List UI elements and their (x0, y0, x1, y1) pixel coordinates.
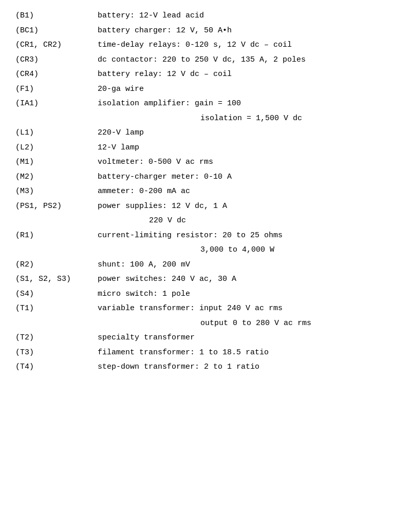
component-id: (T3) (15, 347, 98, 359)
component-description: power switches: 240 V ac, 30 A (98, 274, 396, 286)
continuation-text: 3,000 to 4,000 W (98, 244, 396, 256)
list-item: (B1)battery: 12-V lead acid (15, 10, 396, 22)
component-id: (S1, S2, S3) (15, 274, 98, 286)
list-item: (M2)battery-charger meter: 0-10 A (15, 172, 396, 183)
list-item: (CR4)battery relay: 12 V dc – coil (15, 69, 396, 81)
list-item: (T4)step-down transformer: 2 to 1 ratio (15, 362, 396, 373)
list-item-continuation: 3,000 to 4,000 W (15, 244, 396, 256)
list-item: (F1)20-ga wire (15, 84, 396, 96)
continuation-text: isolation = 1,500 V dc (98, 113, 396, 125)
component-id: (R1) (15, 230, 98, 242)
component-id: (L2) (15, 142, 98, 154)
component-id: (CR4) (15, 69, 98, 81)
component-id: (B1) (15, 10, 98, 22)
component-id: (F1) (15, 84, 98, 96)
continuation-text: 220 V dc (98, 215, 396, 227)
list-item-continuation: 220 V dc (15, 215, 396, 227)
component-description: voltmeter: 0-500 V ac rms (98, 157, 396, 168)
list-item: (S4)micro switch: 1 pole (15, 289, 396, 300)
list-item: (S1, S2, S3)power switches: 240 V ac, 30… (15, 274, 396, 286)
component-description: battery relay: 12 V dc – coil (98, 69, 396, 81)
list-item: (PS1, PS2)power supplies: 12 V dc, 1 A (15, 201, 396, 213)
component-id: (BC1) (15, 25, 98, 37)
component-description: isolation amplifier: gain = 100 (98, 98, 396, 110)
component-id: (S4) (15, 289, 98, 300)
list-item: (L2)12-V lamp (15, 142, 396, 154)
list-item: (CR3)dc contactor: 220 to 250 V dc, 135 … (15, 54, 396, 66)
list-item: (M3)ammeter: 0-200 mA ac (15, 186, 396, 198)
list-item: (R1)current-limiting resistor: 20 to 25 … (15, 230, 396, 242)
component-description: ammeter: 0-200 mA ac (98, 186, 396, 198)
component-description: dc contactor: 220 to 250 V dc, 135 A, 2 … (98, 54, 396, 66)
list-item: (R2)shunt: 100 A, 200 mV (15, 259, 396, 271)
component-id: (M1) (15, 157, 98, 168)
list-item: (L1)220-V lamp (15, 127, 396, 139)
component-id: (IA1) (15, 98, 98, 110)
continuation-text: output 0 to 280 V ac rms (98, 318, 396, 330)
component-id: (R2) (15, 259, 98, 271)
component-description: filament transformer: 1 to 18.5 ratio (98, 347, 396, 359)
component-description: micro switch: 1 pole (98, 289, 396, 300)
component-id: (T2) (15, 332, 98, 344)
list-item: (M1)voltmeter: 0-500 V ac rms (15, 157, 396, 168)
component-description: shunt: 100 A, 200 mV (98, 259, 396, 271)
component-description: battery-charger meter: 0-10 A (98, 172, 396, 183)
component-description: 220-V lamp (98, 127, 396, 139)
component-id: (M3) (15, 186, 98, 198)
list-item: (BC1)battery charger: 12 V, 50 A•h (15, 25, 396, 37)
list-item: (IA1)isolation amplifier: gain = 100 (15, 98, 396, 110)
component-id: (CR1, CR2) (15, 40, 98, 51)
component-list: (B1)battery: 12-V lead acid(BC1)battery … (15, 10, 396, 373)
list-item: (T2)specialty transformer (15, 332, 396, 344)
component-id: (PS1, PS2) (15, 201, 98, 213)
component-description: step-down transformer: 2 to 1 ratio (98, 362, 396, 373)
component-id: (T1) (15, 303, 98, 315)
list-item: (T1)variable transformer: input 240 V ac… (15, 303, 396, 315)
component-description: 20-ga wire (98, 84, 396, 96)
component-description: battery: 12-V lead acid (98, 10, 396, 22)
component-description: variable transformer: input 240 V ac rms (98, 303, 396, 315)
list-item-continuation: output 0 to 280 V ac rms (15, 318, 396, 330)
component-id: (CR3) (15, 54, 98, 66)
component-description: current-limiting resistor: 20 to 25 ohms (98, 230, 396, 242)
list-item-continuation: isolation = 1,500 V dc (15, 113, 396, 125)
component-description: 12-V lamp (98, 142, 396, 154)
list-item: (T3)filament transformer: 1 to 18.5 rati… (15, 347, 396, 359)
component-id: (T4) (15, 362, 98, 373)
list-item: (CR1, CR2)time-delay relays: 0-120 s, 12… (15, 40, 396, 51)
component-id: (L1) (15, 127, 98, 139)
component-description: battery charger: 12 V, 50 A•h (98, 25, 396, 37)
component-description: time-delay relays: 0-120 s, 12 V dc – co… (98, 40, 396, 51)
component-description: power supplies: 12 V dc, 1 A (98, 201, 396, 213)
component-description: specialty transformer (98, 332, 396, 344)
component-id: (M2) (15, 172, 98, 183)
